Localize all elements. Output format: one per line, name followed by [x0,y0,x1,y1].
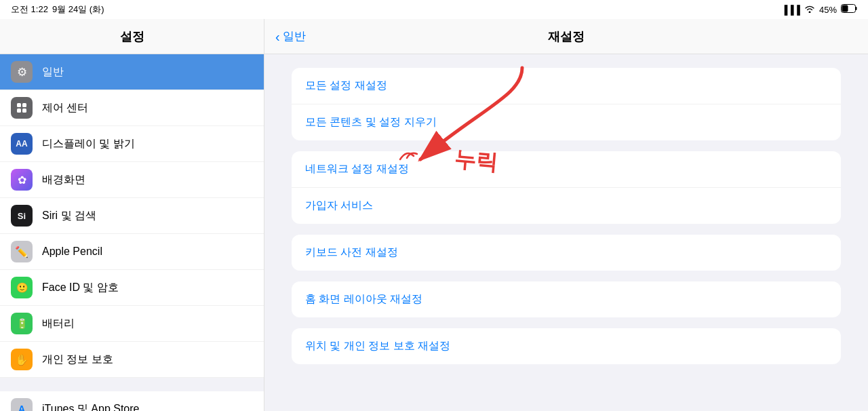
reset-network-label: 네트워크 설정 재설정 [305,163,409,174]
sidebar-item-label: 개인 정보 보호 [42,353,113,367]
sidebar-header: 설정 [0,19,264,54]
right-panel-title: 재설정 [548,28,585,45]
wallpaper-icon: ✿ [11,169,33,191]
signal-icon: ▐▐▐ [781,5,800,15]
sidebar-item-label: iTunes 및 App Store [42,402,139,412]
reset-home-label: 홈 화면 레이아웃 재설정 [305,293,422,305]
display-icon: AA [11,133,33,155]
sidebar-item-wallpaper[interactable]: ✿ 배경화면 [0,162,264,198]
reset-all-item[interactable]: 모든 설정 재설정 [292,68,841,104]
back-label: 일반 [283,28,306,44]
sidebar-item-label: Face ID 및 암호 [42,281,119,295]
sidebar-item-itunes[interactable]: A iTunes 및 App Store [0,391,264,411]
battery-level: 45% [819,5,837,15]
reset-home-item[interactable]: 홈 화면 레이아웃 재설정 [292,281,841,317]
reset-all-label: 모든 설정 재설정 [305,79,387,91]
date: 9월 24일 (화) [52,3,104,16]
sidebar-item-siri[interactable]: Si Siri 및 검색 [0,198,264,234]
sidebar-item-label: Siri 및 검색 [42,209,96,223]
reset-section-3: 키보드 사전 재설정 [292,235,841,271]
faceid-icon: 🙂 [11,277,33,298]
wifi-icon [804,5,815,15]
svg-rect-6 [22,109,26,113]
erase-all-label: 모든 콘텐츠 및 설정 지우기 [305,116,437,128]
svg-rect-4 [22,103,26,107]
main-layout: 설정 ⚙ 일반 제어 센터 [0,19,868,411]
svg-rect-2 [856,7,857,10]
sidebar-title: 설정 [120,28,144,45]
siri-icon: Si [11,205,33,227]
right-content: 모든 설정 재설정 모든 콘텐츠 및 설정 지우기 네트워크 설정 재설정 가입… [264,54,868,411]
sidebar-item-label: 배경화면 [42,173,85,187]
sidebar-item-battery[interactable]: 🔋 배터리 [0,306,264,342]
sidebar: 설정 ⚙ 일반 제어 센터 [0,19,264,411]
back-button[interactable]: ‹ 일반 [275,28,306,44]
sidebar-item-label: Apple Pencil [42,246,102,258]
subscriber-item[interactable]: 가입자 서비스 [292,188,841,224]
sidebar-item-privacy[interactable]: ✋ 개인 정보 보호 [0,342,264,378]
reset-section-2: 네트워크 설정 재설정 가입자 서비스 [292,151,841,224]
reset-section-1: 모든 설정 재설정 모든 콘텐츠 및 설정 지우기 [292,68,841,140]
reset-network-item[interactable]: 네트워크 설정 재설정 [292,151,841,188]
reset-location-item[interactable]: 위치 및 개인 정보 보호 재설정 [292,328,841,364]
erase-all-item[interactable]: 모든 콘텐츠 및 설정 지우기 [292,104,841,140]
sidebar-item-display[interactable]: AA 디스플레이 및 밝기 [0,126,264,162]
right-header: ‹ 일반 재설정 [264,19,868,54]
sidebar-item-faceid[interactable]: 🙂 Face ID 및 암호 [0,270,264,306]
back-chevron-icon: ‹ [275,30,280,43]
sidebar-items: ⚙ 일반 제어 센터 AA 디스플레이 및 밝기 [0,54,264,411]
svg-rect-1 [842,5,848,12]
right-panel: ‹ 일반 재설정 모든 설정 재설정 모든 콘텐츠 및 설정 지우기 네트워크 … [264,19,868,411]
subscriber-label: 가입자 서비스 [305,199,373,211]
reset-section-5: 위치 및 개인 정보 보호 재설정 [292,328,841,364]
status-bar: 오전 1:22 9월 24일 (화) ▐▐▐ 45% [0,0,868,19]
sidebar-item-label: 디스플레이 및 밝기 [42,137,135,151]
pencil-icon: ✏️ [11,241,33,262]
time: 오전 1:22 [11,3,48,16]
sidebar-divider [0,378,264,391]
general-icon: ⚙ [11,61,33,83]
reset-keyboard-item[interactable]: 키보드 사전 재설정 [292,235,841,271]
sidebar-item-label: 일반 [42,65,64,79]
battery-icon [841,4,857,15]
sidebar-item-control[interactable]: 제어 센터 [0,90,264,126]
sidebar-item-general[interactable]: ⚙ 일반 [0,54,264,90]
svg-rect-3 [17,103,21,107]
battery-icon-sidebar: 🔋 [11,313,33,334]
status-left: 오전 1:22 9월 24일 (화) [11,3,104,16]
reset-section-4: 홈 화면 레이아웃 재설정 [292,281,841,317]
itunes-icon: A [11,398,33,411]
status-right: ▐▐▐ 45% [781,4,857,15]
svg-rect-5 [17,109,21,113]
reset-keyboard-label: 키보드 사전 재설정 [305,246,398,258]
sidebar-item-label: 배터리 [42,317,75,331]
control-icon [11,97,33,119]
sidebar-item-label: 제어 센터 [42,101,88,115]
sidebar-item-pencil[interactable]: ✏️ Apple Pencil [0,234,264,270]
privacy-icon: ✋ [11,349,33,370]
reset-location-label: 위치 및 개인 정보 보호 재설정 [305,340,450,351]
